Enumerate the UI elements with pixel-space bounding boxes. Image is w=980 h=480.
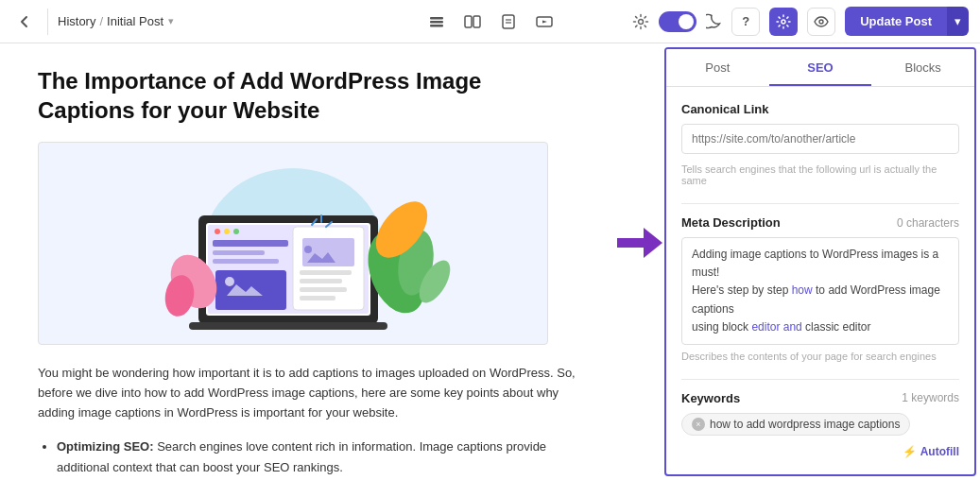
svg-rect-1 xyxy=(430,21,443,24)
tab-post[interactable]: Post xyxy=(666,49,769,86)
meta-desc-line3-start: using block xyxy=(692,320,751,334)
breadcrumb-separator: / xyxy=(99,14,103,28)
divider-1 xyxy=(681,203,959,204)
media-icon[interactable] xyxy=(535,12,554,31)
svg-point-27 xyxy=(304,246,312,253)
canonical-input[interactable] xyxy=(681,124,959,154)
keyword-tag[interactable]: × how to add wordpress image captions xyxy=(681,413,910,436)
toggle-wrapper xyxy=(659,11,696,32)
autofill-button[interactable]: ⚡ Autofill xyxy=(681,445,959,458)
question-icon-btn[interactable]: ? xyxy=(731,8,760,36)
meta-description-section: Meta Description 0 characters Adding ima… xyxy=(681,215,959,362)
tab-seo-label: SEO xyxy=(807,60,833,75)
meta-desc-header: Meta Description 0 characters xyxy=(681,215,959,230)
meta-desc-hint: Describes the contents of your page for … xyxy=(681,351,959,362)
svg-rect-32 xyxy=(300,279,342,283)
divider-2 xyxy=(681,379,959,380)
list-item: Optimizing SEO: Search engines love cont… xyxy=(57,437,579,478)
breadcrumb-current-dropdown[interactable]: Initial Post ▾ xyxy=(107,14,174,28)
meta-desc-line2-start: Here's step by step xyxy=(692,283,792,297)
question-icon: ? xyxy=(742,14,749,28)
settings-icon-btn[interactable] xyxy=(769,8,798,36)
sidebar-panel: Post SEO Blocks Canonical Link Tells sea… xyxy=(664,47,976,476)
keyword-text: how to add wordpress image captions xyxy=(710,418,900,431)
svg-rect-2 xyxy=(430,25,443,27)
breadcrumb-current: Initial Post xyxy=(107,14,163,28)
toolbar-right: ? Update Post ▾ xyxy=(632,7,969,36)
post-list: Optimizing SEO: Search engines love cont… xyxy=(38,437,579,480)
breadcrumb-chevron-icon: ▾ xyxy=(168,15,174,27)
canonical-header: Canonical Link xyxy=(681,102,959,116)
autofill-label: Autofill xyxy=(920,445,959,458)
svg-point-10 xyxy=(782,20,785,24)
moon-icon[interactable] xyxy=(706,13,722,29)
back-button[interactable] xyxy=(11,9,38,35)
svg-rect-3 xyxy=(465,16,472,27)
sidebar-tabs: Post SEO Blocks xyxy=(666,49,974,87)
svg-rect-15 xyxy=(189,322,387,330)
canonical-hint: Tells search engines that the following … xyxy=(681,163,959,186)
update-post-dropdown-button[interactable]: ▾ xyxy=(947,7,969,36)
svg-rect-20 xyxy=(213,240,288,247)
autofill-icon: ⚡ xyxy=(903,445,917,458)
meta-desc-link-editor1: editor xyxy=(751,320,780,334)
layers-icon[interactable] xyxy=(427,12,446,31)
svg-point-19 xyxy=(233,229,239,234)
update-post-btn-group: Update Post ▾ xyxy=(845,7,969,36)
svg-rect-0 xyxy=(430,17,443,20)
tab-seo[interactable]: SEO xyxy=(769,49,872,86)
keywords-header: Keywords 1 keywords xyxy=(681,391,959,405)
svg-rect-4 xyxy=(473,16,480,27)
svg-rect-31 xyxy=(300,270,352,275)
list-item-bold-1: Optimizing SEO: xyxy=(57,439,154,454)
tab-post-label: Post xyxy=(705,60,730,75)
meta-desc-line3-end: classic editor xyxy=(802,320,871,334)
meta-desc-content[interactable]: Adding image captions to WordPress image… xyxy=(681,237,959,345)
svg-rect-41 xyxy=(617,238,645,248)
svg-marker-42 xyxy=(644,228,662,258)
meta-desc-link-and: and xyxy=(783,320,802,334)
gear-icon-left[interactable] xyxy=(632,13,649,30)
post-featured-image xyxy=(38,142,548,345)
columns-icon[interactable] xyxy=(463,12,482,31)
tab-blocks[interactable]: Blocks xyxy=(871,49,974,86)
meta-desc-line1: Adding image captions to WordPress image… xyxy=(692,248,938,279)
toolbar: History / Initial Post ▾ xyxy=(0,0,980,43)
arrow-container xyxy=(617,43,664,480)
meta-desc-char-count: 0 characters xyxy=(897,216,959,230)
svg-rect-34 xyxy=(300,296,335,300)
sidebar-seo-content: Canonical Link Tells search engines that… xyxy=(666,87,974,474)
keywords-count: 1 keywords xyxy=(902,391,959,404)
canonical-link-section: Canonical Link Tells search engines that… xyxy=(681,102,959,186)
keywords-section: Keywords 1 keywords × how to add wordpre… xyxy=(681,391,959,458)
post-body-paragraph: You might be wondering how important it … xyxy=(38,364,579,422)
post-title: The Importance of Add WordPress Image Ca… xyxy=(38,66,579,125)
meta-desc-link-how: how xyxy=(792,283,813,297)
svg-rect-22 xyxy=(213,259,279,264)
keywords-title: Keywords xyxy=(681,391,740,405)
svg-point-24 xyxy=(225,277,234,286)
svg-point-9 xyxy=(639,19,644,24)
update-post-button[interactable]: Update Post xyxy=(845,7,947,36)
keyword-remove-icon[interactable]: × xyxy=(692,418,705,431)
preview-icon-btn[interactable] xyxy=(807,8,835,36)
main-layout: The Importance of Add WordPress Image Ca… xyxy=(0,43,980,480)
svg-point-18 xyxy=(224,229,230,234)
update-dropdown-chevron-icon: ▾ xyxy=(954,14,961,28)
svg-point-11 xyxy=(819,20,823,24)
editor-area: The Importance of Add WordPress Image Ca… xyxy=(0,43,617,480)
remove-x-icon: × xyxy=(696,420,700,429)
breadcrumb-history: History xyxy=(58,14,95,28)
breadcrumb: History / Initial Post ▾ xyxy=(58,14,174,28)
right-arrow-icon xyxy=(617,228,662,258)
svg-rect-33 xyxy=(300,287,347,292)
canonical-title: Canonical Link xyxy=(681,102,768,116)
toolbar-divider xyxy=(47,9,48,35)
toggle-switch[interactable] xyxy=(659,11,696,32)
svg-point-17 xyxy=(215,229,220,234)
svg-rect-5 xyxy=(503,15,514,28)
tab-blocks-label: Blocks xyxy=(905,60,941,75)
page-icon[interactable] xyxy=(499,12,518,31)
toolbar-center-icons xyxy=(427,12,554,31)
svg-rect-21 xyxy=(213,250,265,255)
